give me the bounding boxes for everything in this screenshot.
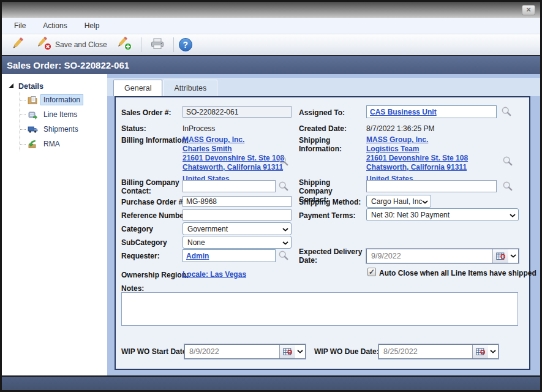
save-and-close-button[interactable]: Save and Close (32, 35, 110, 55)
page-title: Sales Order: SO-220822-061 (2, 56, 540, 74)
toolbar: Save and Close ? (2, 34, 540, 56)
shipping-method-select[interactable]: Cargo Haul, Inc. (366, 195, 431, 208)
print-button[interactable] (146, 36, 168, 54)
billing-contact-search-icon[interactable] (278, 181, 289, 192)
payment-terms-label: Payment Terms: (299, 211, 355, 220)
shipments-truck-icon (27, 124, 38, 134)
shipping-information-links: MASS Group, Inc. Logistics Team 21601 De… (366, 135, 468, 183)
reference-number-input[interactable] (183, 209, 292, 221)
billing-company-contact-input[interactable] (183, 180, 276, 192)
purchase-order-input[interactable] (183, 196, 292, 207)
close-button[interactable]: × (522, 5, 535, 15)
chevron-down-icon (282, 225, 288, 233)
menu-file[interactable]: File (6, 19, 34, 32)
pencil-save-icon (10, 36, 27, 53)
toolbar-separator (173, 37, 174, 52)
calendar-icon[interactable] (279, 345, 295, 358)
calendar-icon[interactable] (472, 345, 488, 358)
requester-link[interactable]: Admin (186, 252, 209, 260)
created-date-label: Created Date: (299, 124, 347, 133)
auto-close-label: Auto Close when all Line Items have ship… (379, 269, 536, 277)
tree-expander-icon[interactable] (8, 82, 14, 91)
assigned-to-search-icon[interactable] (501, 106, 512, 117)
wip-wo-start-date-value[interactable]: 8/9/2022 (185, 345, 279, 358)
chevron-down-icon (510, 211, 516, 219)
payment-terms-select[interactable]: Net 30: Net 30 Payment (366, 208, 519, 221)
billing-street-link[interactable]: 21601 Devonshire St. Ste 108 (183, 154, 284, 162)
shipping-company-contact-input[interactable] (366, 180, 497, 192)
requester-field[interactable]: Admin (183, 249, 276, 262)
wip-wo-start-date-label: WIP WO Start Date: (121, 347, 189, 356)
sidebar-item-information[interactable]: Information (20, 92, 107, 107)
menu-bar: File Actions Help (2, 18, 540, 34)
subcategory-select[interactable]: None (183, 236, 292, 249)
help-button[interactable]: ? (179, 38, 192, 51)
subcategory-label: SubCategory (121, 238, 167, 247)
tree-node-details[interactable]: Details (2, 80, 107, 92)
notes-textarea[interactable] (121, 292, 518, 326)
main-area: Details Information Line Items (2, 74, 540, 375)
billing-city-link[interactable]: Chatsworth, California 91311 (183, 163, 284, 172)
help-icon: ? (183, 40, 188, 50)
billing-information-search-icon[interactable] (278, 156, 289, 167)
wip-wo-start-date-picker[interactable]: 8/9/2022 (184, 344, 306, 359)
billing-contact-link[interactable]: Charles Smith (183, 145, 284, 153)
shipping-company-link[interactable]: MASS Group, Inc. (366, 135, 468, 144)
shipping-information-label: Shipping Information: (299, 136, 348, 153)
wip-wo-due-date-picker[interactable]: 8/25/2022 (378, 344, 499, 359)
information-folder-icon (27, 95, 38, 105)
notes-label: Notes: (121, 284, 144, 293)
wip-wo-due-date-value[interactable]: 8/25/2022 (379, 345, 472, 358)
chevron-down-icon (282, 238, 288, 247)
menu-actions[interactable]: Actions (34, 19, 75, 32)
chevron-down-icon[interactable] (508, 249, 518, 263)
expected-delivery-date-picker[interactable]: 9/9/2022 (366, 249, 519, 263)
status-value: InProcess (183, 124, 215, 133)
save-button[interactable] (7, 35, 30, 55)
title-bar: × (2, 2, 540, 18)
billing-information-links: MASS Group, Inc. Charles Smith 21601 Dev… (183, 135, 284, 183)
close-icon: × (526, 5, 531, 14)
billing-information-label: Billing Information: (121, 136, 189, 145)
expected-delivery-date-label: Expected Delivery Date: (299, 247, 363, 265)
chevron-down-icon[interactable] (488, 345, 498, 358)
tree-children: Information Line Items Shipments (20, 92, 107, 151)
shipping-city-link[interactable]: Chatsworth, California 91311 (366, 163, 468, 172)
category-label: Category (121, 225, 153, 233)
ownership-region-label: Ownership Region: (121, 271, 189, 279)
chevron-down-icon (422, 197, 428, 206)
sidebar-item-rma[interactable]: RMA (20, 137, 107, 151)
auto-close-checkbox[interactable]: ✓ (367, 268, 376, 276)
calendar-icon[interactable] (492, 249, 508, 263)
tab-attributes[interactable]: Attributes (163, 80, 217, 96)
category-select[interactable]: Government (183, 222, 292, 235)
ownership-region-link[interactable]: Locale: Las Vegas (183, 270, 246, 279)
created-date-value: 8/7/2022 1:36:25 PM (366, 124, 434, 133)
sales-order-window: × File Actions Help Save and Close (0, 0, 542, 392)
chevron-down-icon[interactable] (295, 345, 305, 358)
sales-order-label: Sales Order #: (121, 108, 171, 117)
sidebar-item-line-items[interactable]: Line Items (20, 107, 107, 122)
pencil-add-icon (116, 36, 133, 53)
shipping-information-search-icon[interactable] (502, 156, 513, 167)
printer-icon (149, 37, 165, 53)
expected-delivery-date-value[interactable]: 9/9/2022 (367, 249, 492, 263)
requester-search-icon[interactable] (278, 250, 289, 261)
check-icon: ✓ (369, 269, 375, 275)
menu-help[interactable]: Help (76, 19, 108, 32)
sidebar-item-shipments[interactable]: Shipments (20, 122, 107, 137)
wip-wo-due-date-label: WIP WO Due Date: (314, 347, 379, 356)
billing-company-link[interactable]: MASS Group, Inc. (183, 135, 284, 144)
new-button[interactable] (113, 35, 136, 55)
shipping-contact-search-icon[interactable] (502, 181, 513, 192)
shipping-team-link[interactable]: Logistics Team (366, 145, 468, 153)
status-label: Status: (121, 124, 146, 133)
shipping-street-link[interactable]: 21601 Devonshire St. Ste 108 (366, 154, 468, 162)
assigned-to-link[interactable]: CAS Business Unit (370, 108, 437, 116)
assigned-to-label: Assigned To: (299, 108, 345, 117)
tab-general[interactable]: General (113, 80, 162, 96)
assigned-to-field[interactable]: CAS Business Unit (366, 105, 497, 118)
sales-order-input[interactable] (183, 106, 292, 118)
general-tab-panel: Sales Order #: Assigned To: CAS Business… (115, 96, 530, 370)
pencil-delete-icon (36, 36, 53, 53)
